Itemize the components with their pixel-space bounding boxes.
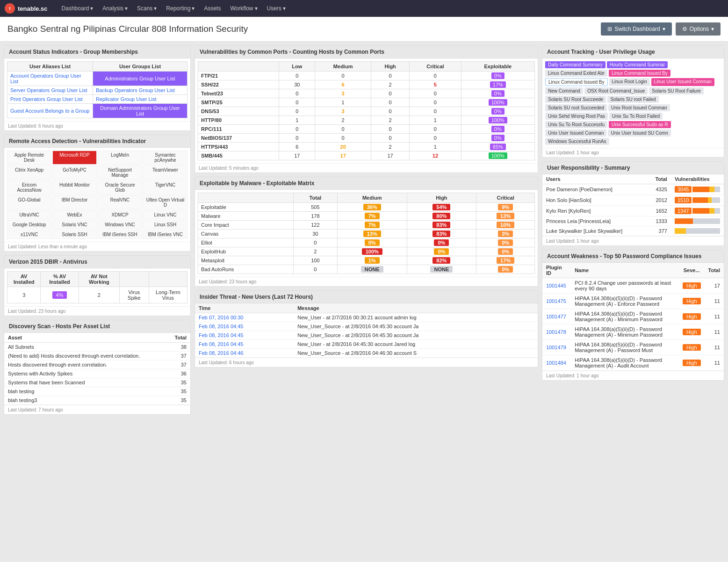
nav-reporting[interactable]: Reporting▾ [161,0,199,17]
tracking-tag[interactable]: Unix Root Issued Comman [608,104,670,111]
tracking-tag[interactable]: New Command [545,87,583,94]
tracking-tag[interactable]: Solaris SU Root Succeede [545,96,606,103]
insider-threat-footer: Last Updated: 6 hours ago [195,358,538,367]
list-item: Feb 08, 2016 04:45New_User - at 2/8/2016… [195,340,538,349]
vuln-ports-title: Vulnerabilities by Common Ports - Counti… [195,46,538,58]
table-row: NetBIOS/13700000% [198,134,535,143]
print-operators-link[interactable]: Print Operators Group User List [7,95,93,104]
vuln-ports-body: Low Medium High Critical Exploitable FTP… [195,58,538,163]
account-tracking-footer: Last Updated: 1 hour ago [542,148,724,157]
administrators-group-link[interactable]: Administrators Group User List [93,72,187,86]
tracking-tag[interactable]: Unix Su To Root Failed [609,113,663,120]
tracking-tag[interactable]: Unix Successful Sudo as R [609,121,671,128]
antivirus-table: AV Installed % AV Installed AV Not Worki… [7,271,187,303]
nav-analysis[interactable]: Analysis▾ [98,0,132,17]
nav-users[interactable]: Users▾ [262,0,290,17]
exploit-matrix-title: Exploitable by Malware - Exploitable Mat… [195,177,538,190]
remote-item[interactable]: RealVNC [98,195,142,209]
remote-item[interactable]: Microsoft RDP [52,151,97,165]
password-compliance-footer: Last Updated: 1 hour ago [542,371,724,380]
backup-operators-link[interactable]: Backup Operators Group User List [93,86,187,95]
remote-item[interactable]: LogMeIn [98,151,142,165]
table-row: Server Operators Group User List Backup … [7,86,187,95]
nav-scans[interactable]: Scans▾ [132,0,161,17]
guest-account-link[interactable]: Guest Account Belongs to a Group [7,104,93,118]
remote-item[interactable]: IBM iSeries VNC [143,230,187,239]
tracking-tag[interactable]: OSX Root Command_Issue [584,87,648,94]
list-item: blah testing335 [4,396,190,405]
remote-item[interactable]: Ulteo Open Virtual D [143,195,187,209]
replicator-link[interactable]: Replicator Group User List [93,95,187,104]
table-row: Poe Dameron [PoeDameron] 4325 3045 [542,184,724,195]
switch-dashboard-button[interactable]: ⊞ Switch Dashboard ▾ [601,22,671,36]
remote-item[interactable]: Ericom AccessNow [7,180,51,195]
remote-item[interactable]: Apple Remote Desk [7,151,51,165]
domain-admins-link[interactable]: Domain Administrators Group User List [93,104,187,118]
logo[interactable]: t tenable.sc [5,3,48,14]
tracking-tag[interactable]: Unix Sehd Wrong Root Pas [545,113,608,120]
remote-item[interactable]: Symantec pcAnywhe [143,151,187,165]
tracking-tag[interactable]: Solaris SU Root Failure [649,87,703,94]
main-content: Account Status Indicators - Group Member… [0,42,728,562]
table-row: Exploitable 505 36% 54% 9% [198,203,535,212]
remote-item[interactable]: Hobbit Monitor [52,180,97,195]
tracking-tag[interactable]: Unix User Issued Comman [545,130,606,137]
account-operators-link[interactable]: Account Operators Group User List [7,72,93,86]
remote-item[interactable]: Solaris VNC [52,220,97,229]
nav-workflow[interactable]: Workflow▾ [225,0,262,17]
remote-item[interactable]: TigerVNC [143,180,187,195]
table-row: HTTP/801221100% [198,116,535,125]
tracking-tag[interactable]: Linux Root Login [609,78,650,86]
remote-item[interactable]: XDMCP [98,210,142,219]
remote-item[interactable]: GoToMyPC [52,166,97,180]
remote-item[interactable]: Citrix XenApp [7,166,51,180]
remote-item[interactable]: TeamViewer [143,166,187,180]
nav-dashboard[interactable]: Dashboard▾ [57,0,98,17]
table-row: HTTPS/4436202185% [198,143,535,151]
tracking-tag[interactable]: Daily Command Summary [545,61,605,68]
account-status-footer: Last Updated: 6 hours ago [4,121,190,130]
tracking-tag[interactable]: Linux User Issued Comman [651,78,714,86]
logo-circle: t [5,3,15,14]
exploit-matrix-panel: Exploitable by Malware - Exploitable Mat… [195,177,538,287]
remote-item[interactable]: Linux VNC [143,210,187,219]
tracking-tag[interactable]: Windows Successful RunAs [545,138,609,145]
remote-item[interactable]: Oracle Secure Glob [98,180,142,195]
user-responsibility-body: Users Total Vulnerabilities Poe Dameron … [542,174,724,236]
user-responsibility-table: Users Total Vulnerabilities Poe Dameron … [542,174,724,236]
remote-item[interactable]: IBM Director [52,195,97,209]
remote-item[interactable]: x11VNC [7,230,51,239]
server-operators-link[interactable]: Server Operators Group User List [7,86,93,95]
remote-item[interactable]: GO-Global [7,195,51,209]
tracking-tag[interactable]: Solaris SU root Failed [607,96,658,103]
tracking-tag[interactable]: Linux Command Issued By [609,70,670,77]
tracking-tag[interactable]: Unix Su To Root Successfu [545,121,607,128]
remote-item[interactable]: Linux SSH [143,220,187,229]
table-row: 1001484 HIPAA 164.308(a)(5)(ii)(D) - Pas… [542,355,724,371]
options-button[interactable]: ⚙ Options ▾ [676,22,721,36]
tracking-tag[interactable]: Unix User Issued SU Comn [608,130,670,137]
tracking-tag[interactable]: Linux Command Issued By [545,78,608,86]
remote-access-footer: Last Updated: Less than a minute ago [4,242,190,251]
tracking-tag[interactable]: Hourly Command Summar [607,61,668,68]
table-row: Hon Solo [HanSolo] 2012 1510 [542,195,724,206]
remote-item[interactable]: Solaris SSH [52,230,97,239]
table-row: SMTP/250100100% [198,98,535,107]
remote-item[interactable]: Google Desktop [7,220,51,229]
remote-item[interactable]: Windows VNC [98,220,142,229]
list-item: Feb 08, 2016 04:45New_User_Source - at 2… [195,331,538,340]
remote-access-body: Apple Remote DeskMicrosoft RDPLogMeInSym… [4,148,190,242]
remote-item[interactable]: NetSupport Manage [98,166,142,180]
user-responsibility-panel: User Responsibility - Summary Users Tota… [542,161,724,246]
remote-access-panel: Remote Access Detection - Vulnerabilitie… [4,135,191,252]
remote-item[interactable]: WebEx [52,210,97,219]
remote-access-title: Remote Access Detection - Vulnerabilitie… [4,135,190,148]
tracking-tag[interactable]: Solaris SU root Succeeded [545,104,607,111]
tracking-tag[interactable]: Linux Command Exited Abr [545,70,607,77]
remote-item[interactable]: UltraVNC [7,210,51,219]
table-row: 1001475 HIPAA 164.308(a)(5)(ii)(D) - Pas… [542,294,724,309]
nav-assets[interactable]: Assets [199,0,225,17]
remote-item[interactable]: IBM iSeries SSH [98,230,142,239]
logo-text: tenable.sc [18,5,48,12]
user-responsibility-footer: Last Updated: 1 hour ago [542,236,724,245]
